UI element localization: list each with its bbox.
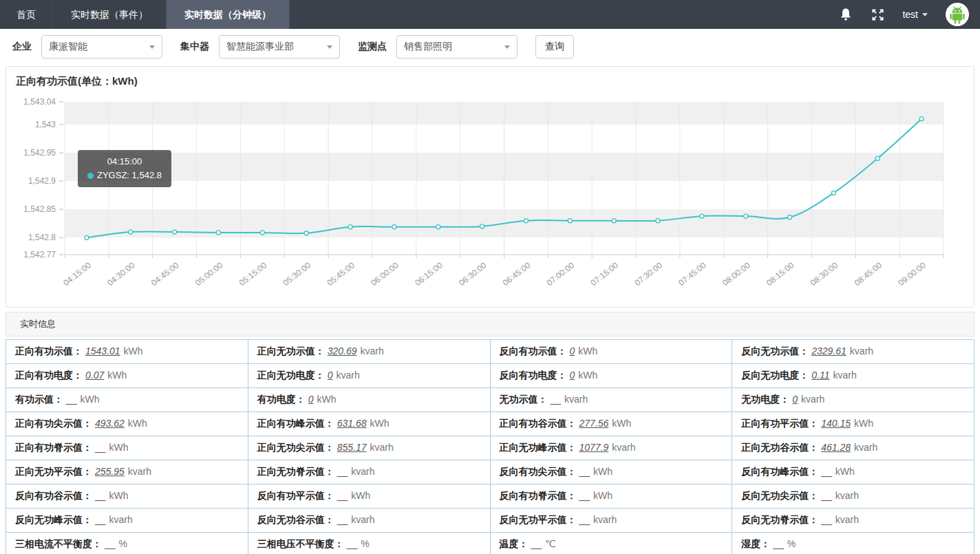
info-cell-value[interactable]: 1077.9 [579, 442, 609, 453]
info-cell: 正向无功峰示值：1077.9kvarh [490, 436, 732, 460]
info-cell-value: __ [347, 538, 358, 549]
info-cell-value[interactable]: 0.07 [85, 370, 104, 381]
concentrator-selected-value: 智慧能源事业部 [226, 41, 294, 53]
svg-text:1,542.9: 1,542.9 [28, 176, 56, 186]
info-cell-unit: kvarh [351, 514, 374, 525]
table-row: 正向无功平示值：255.95kvarh 正向无功脊示值：__kvarh 反向有功… [6, 460, 974, 484]
svg-text:06:15:00: 06:15:00 [413, 260, 445, 288]
info-cell-label: 正向无功平示值： [15, 466, 92, 477]
info-cell-unit: kvarh [109, 514, 133, 525]
table-row: 正向有功尖示值：493.62kWh 正向有功峰示值：631.68kWh 正向有功… [6, 412, 974, 436]
info-cell-label: 三相电压不平衡度： [257, 538, 344, 549]
info-cell-unit: % [361, 538, 369, 549]
info-cell: 正向有功脊示值：__kWh [6, 436, 248, 460]
info-cell-label: 反向无功谷示值： [257, 514, 334, 525]
info-cell-unit: kWh [124, 345, 143, 356]
svg-text:04:45:00: 04:45:00 [149, 260, 181, 288]
info-cell: 正向无功平示值：255.95kvarh [6, 460, 248, 484]
filter-bar: 企业 康派智能 集中器 智慧能源事业部 监测点 销售部照明 查询 [0, 29, 980, 65]
svg-text:05:45:00: 05:45:00 [325, 260, 356, 288]
realtime-info-header: 实时信息 [6, 312, 974, 337]
info-cell-label: 反向有功平示值： [257, 490, 334, 501]
info-cell-value[interactable]: 277.56 [579, 418, 609, 429]
info-cell-value[interactable]: 320.69 [328, 345, 357, 356]
info-cell-unit: kWh [612, 418, 631, 429]
info-cell-label: 正向无功谷示值： [741, 442, 818, 453]
info-cell-label: 反向有功尖示值： [500, 466, 577, 477]
info-cell-label: 正向无功峰示值： [500, 442, 577, 453]
bell-icon[interactable] [839, 8, 853, 21]
chevron-down-icon [149, 45, 155, 49]
info-cell-value[interactable]: 493.62 [95, 418, 125, 429]
query-button[interactable]: 查询 [535, 35, 574, 58]
monitor-point-select[interactable]: 销售部照明 [396, 35, 518, 58]
svg-text:07:45:00: 07:45:00 [677, 260, 708, 288]
info-cell-value[interactable]: 1543.01 [85, 345, 120, 356]
info-cell-value[interactable]: 461.28 [821, 442, 851, 453]
android-avatar[interactable] [946, 3, 969, 26]
info-cell-label: 有功示值： [15, 394, 63, 405]
table-row: 反向无功峰示值：__kvarh 反向无功谷示值：__kvarh 反向无功平示值：… [6, 509, 974, 533]
svg-text:04:15:00: 04:15:00 [61, 260, 93, 288]
info-cell: 正向有功尖示值：493.62kWh [6, 412, 248, 436]
chart-title: 正向有功示值(单位：kWh) [6, 67, 974, 89]
nav-tab-realtime-minute[interactable]: 实时数据（分钟级） [167, 0, 290, 29]
info-cell: 反向无功谷示值：__kvarh [248, 509, 490, 533]
user-menu[interactable]: test [902, 9, 928, 20]
info-cell-value[interactable]: 631.68 [337, 418, 367, 429]
info-cell-unit: kWh [107, 370, 127, 381]
info-cell-unit: % [119, 538, 127, 549]
info-cell-value[interactable]: 0 [308, 394, 314, 405]
info-cell: 反向有功脊示值：__kWh [490, 484, 732, 509]
info-cell: 反向无功脊示值：__kvarh [732, 509, 974, 533]
info-cell-label: 正向有功谷示值： [500, 418, 577, 429]
info-cell-label: 正向有功峰示值： [257, 418, 334, 429]
info-cell: 反向有功电度：0kWh [490, 364, 732, 388]
info-cell-unit: kWh [578, 370, 597, 381]
info-cell: 反向无功电度：0.11kvarh [732, 364, 974, 388]
info-cell-value[interactable]: 855.17 [337, 442, 367, 453]
concentrator-select[interactable]: 智慧能源事业部 [219, 35, 340, 58]
info-cell-value: __ [579, 466, 590, 477]
svg-text:07:00:00: 07:00:00 [545, 260, 577, 288]
info-cell: 有功示值：__kWh [6, 388, 248, 412]
info-cell-value[interactable]: 255.95 [95, 466, 125, 477]
table-row: 正向有功示值：1543.01kWh 正向无功示值：320.69kvarh 反向有… [6, 340, 974, 364]
svg-text:06:45:00: 06:45:00 [501, 260, 533, 288]
info-cell: 反向有功谷示值：__kWh [6, 484, 248, 509]
info-cell-value: __ [773, 538, 784, 549]
svg-text:05:00:00: 05:00:00 [193, 260, 225, 288]
info-cell-label: 温度： [500, 538, 529, 549]
info-cell-value[interactable]: 0 [328, 370, 333, 381]
line-chart[interactable]: 1,542.771,542.81,542.851,542.91,542.951,… [6, 89, 974, 307]
fullscreen-icon[interactable] [871, 8, 884, 21]
info-cell-unit: kvarh [835, 514, 859, 525]
info-cell-unit: kvarh [564, 394, 588, 405]
info-cell-unit: kWh [593, 466, 612, 477]
info-cell-label: 反向有功示值： [500, 345, 567, 356]
info-cell-value[interactable]: 0 [792, 394, 798, 405]
company-select[interactable]: 康派智能 [41, 35, 162, 58]
nav-tab-home[interactable]: 首页 [0, 0, 53, 29]
info-cell-value[interactable]: 0 [570, 370, 575, 381]
info-cell-unit: kWh [109, 442, 129, 453]
info-cell-label: 湿度： [741, 538, 770, 549]
info-cell-value: __ [66, 394, 77, 405]
company-selected-value: 康派智能 [49, 41, 87, 53]
info-cell: 温度：__℃ [490, 533, 732, 554]
info-cell: 反向无功峰示值：__kvarh [6, 509, 248, 533]
info-cell-value[interactable]: 0.11 [811, 370, 829, 381]
table-row: 有功示值：__kWh 有功电度：0kWh 无功示值：__kvarh 无功电度：0… [6, 388, 974, 412]
nav-tab-realtime-event[interactable]: 实时数据（事件） [53, 0, 167, 29]
info-cell-unit: kvarh [854, 442, 877, 453]
realtime-info-table: 正向有功示值：1543.01kWh 正向无功示值：320.69kvarh 反向有… [6, 339, 974, 554]
svg-text:09:00:00: 09:00:00 [896, 260, 928, 288]
info-cell-unit: kWh [370, 418, 390, 429]
info-cell-value[interactable]: 140.15 [821, 418, 851, 429]
info-cell-value[interactable]: 2329.61 [811, 345, 846, 356]
info-cell-label: 正向无功脊示值： [257, 466, 334, 477]
info-cell-unit: kWh [128, 418, 147, 429]
info-cell-value: __ [821, 466, 832, 477]
info-cell-value[interactable]: 0 [570, 345, 575, 356]
info-cell-label: 正向有功平示值： [741, 418, 818, 429]
